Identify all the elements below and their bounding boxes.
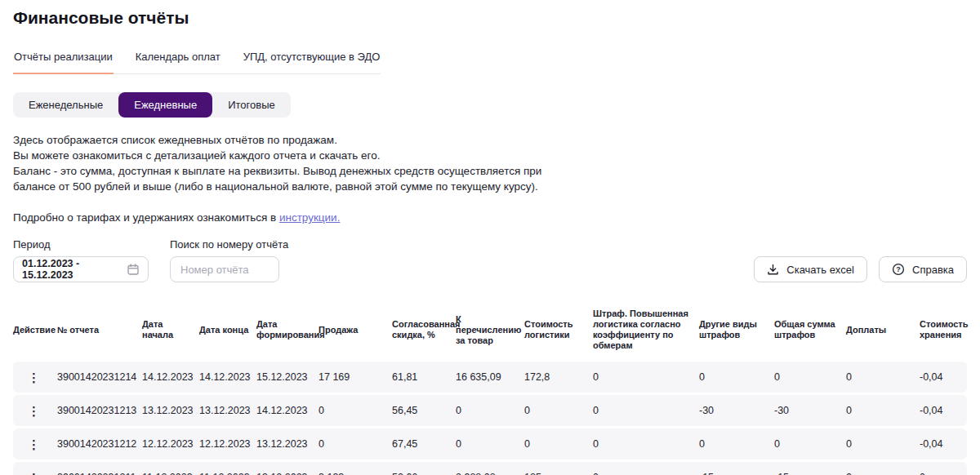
- tariffs-note: Подробно о тарифах и удержаниях ознакоми…: [13, 210, 967, 225]
- table-cell: 67,45: [392, 438, 456, 450]
- kebab-icon: ⋮: [28, 437, 40, 451]
- table-row: ⋮3900142023121212.12.202312.12.202313.12…: [13, 428, 967, 459]
- actions-group: Скачать excel ? Справка: [754, 256, 967, 282]
- table-cell: 0: [774, 371, 846, 383]
- table-cell: 14.12.2023: [256, 405, 318, 416]
- row-action-cell: ⋮: [13, 370, 57, 385]
- table-cell: 39001420231214: [57, 371, 142, 383]
- table-header: Действие№ отчетаДата началаДата концаДат…: [13, 299, 967, 362]
- description-line: Баланс - это сумма, доступная к выплате …: [13, 163, 967, 179]
- help-icon: ?: [892, 263, 905, 276]
- table-cell: 0: [846, 405, 920, 416]
- period-field: Период 01.12.2023 - 15.12.2023: [13, 238, 149, 282]
- table-cell: 0: [456, 405, 524, 416]
- period-label: Период: [13, 238, 149, 251]
- table-row: ⋮3900142023121313.12.202313.12.202314.12…: [13, 395, 967, 426]
- column-header: Дата конца: [199, 325, 256, 335]
- report-type-option[interactable]: Итоговые: [212, 92, 291, 118]
- report-type-toggle: ЕженедельныеЕжедневныеИтоговые: [13, 92, 291, 118]
- table-cell: 11.12.2023: [142, 472, 199, 475]
- row-actions-button[interactable]: ⋮: [23, 437, 45, 452]
- report-type-option[interactable]: Еженедельные: [13, 92, 118, 118]
- help-button[interactable]: ? Справка: [879, 256, 967, 282]
- table-cell: 0: [920, 472, 967, 475]
- column-header: Продажа: [318, 325, 392, 335]
- table-cell: 13.12.2023: [256, 438, 318, 450]
- download-excel-button[interactable]: Скачать excel: [754, 256, 867, 282]
- row-action-cell: ⋮: [13, 437, 57, 452]
- row-actions-button[interactable]: ⋮: [23, 403, 45, 419]
- description-line: Вы можете ознакомиться с детализацией ка…: [13, 148, 967, 163]
- instructions-link[interactable]: инструкции.: [279, 211, 341, 224]
- column-header: Дата начала: [142, 319, 199, 340]
- column-header: Штраф. Повышенная логистика согласно коэ…: [593, 309, 699, 351]
- table-cell: 0: [846, 438, 920, 450]
- description-text: Здесь отображается список ежедневных отч…: [13, 132, 967, 194]
- tab-item[interactable]: УПД, отсутствующие в ЭДО: [243, 47, 381, 74]
- table-cell: 11.12.2023: [199, 472, 256, 475]
- column-header: Стоимость логистики: [524, 319, 593, 340]
- row-actions-button[interactable]: ⋮: [23, 370, 45, 385]
- table-cell: 0: [846, 472, 920, 475]
- table-cell: 0: [318, 405, 392, 416]
- table-cell: 0: [593, 405, 699, 416]
- kebab-icon: ⋮: [28, 404, 40, 418]
- table-cell: 0: [774, 438, 846, 450]
- period-value: 01.12.2023 - 15.12.2023: [22, 258, 127, 281]
- table-cell: 12.12.2023: [142, 438, 199, 450]
- table-cell: 14.12.2023: [199, 371, 256, 383]
- column-header: Другие виды штрафов: [699, 319, 774, 340]
- table-cell: 13.12.2023: [199, 405, 256, 416]
- table-cell: 39001420231212: [57, 438, 142, 450]
- tab-item[interactable]: Отчёты реализации: [13, 47, 114, 74]
- table-cell: -30: [699, 405, 774, 416]
- download-icon: [767, 264, 779, 276]
- table-cell: 15.12.2023: [256, 371, 318, 383]
- calendar-icon: [127, 263, 140, 276]
- row-action-cell: ⋮: [13, 470, 57, 475]
- period-input[interactable]: 01.12.2023 - 15.12.2023: [13, 256, 149, 282]
- table-cell: 52,06: [392, 472, 456, 475]
- page-title: Финансовые отчёты: [13, 8, 967, 28]
- column-header: Общая сумма штрафов: [774, 319, 846, 340]
- table-cell: 17 169: [318, 371, 392, 383]
- report-search-field: Поиск по номеру отчёта: [170, 238, 288, 282]
- table-cell: 172,8: [524, 371, 593, 383]
- table-cell: 0: [593, 472, 699, 475]
- table-cell: 39001420231213: [57, 405, 142, 416]
- description-line: Здесь отображается список ежедневных отч…: [13, 132, 967, 148]
- table-cell: 61,81: [392, 371, 456, 383]
- table-cell: 13.12.2023: [256, 472, 318, 475]
- table-cell: -15: [699, 472, 774, 475]
- table-cell: -0,04: [920, 371, 967, 383]
- table-cell: 0: [593, 371, 699, 383]
- tab-item[interactable]: Календарь оплат: [135, 47, 221, 74]
- table-cell: -30: [774, 405, 846, 416]
- kebab-icon: ⋮: [28, 471, 40, 475]
- help-label: Справка: [912, 264, 954, 276]
- table-cell: 0: [456, 438, 524, 450]
- report-type-option[interactable]: Ежедневные: [118, 92, 212, 118]
- table-cell: 12.12.2023: [199, 438, 256, 450]
- column-header: Действие: [13, 325, 57, 335]
- tariffs-note-text: Подробно о тарифах и удержаниях ознакоми…: [13, 211, 279, 224]
- filters-row: Период 01.12.2023 - 15.12.2023 Поиск по …: [13, 238, 967, 282]
- column-header: Доплаты: [846, 325, 920, 335]
- table-cell: 16 635,09: [456, 371, 524, 383]
- column-header: К перечислению за товар: [456, 314, 524, 346]
- column-header: Стоимость хранения: [920, 319, 975, 340]
- table-cell: -15: [774, 472, 846, 475]
- table-cell: 0: [699, 438, 774, 450]
- table-cell: 185: [524, 472, 593, 475]
- reports-table: Действие№ отчетаДата началаДата концаДат…: [13, 299, 967, 475]
- search-input[interactable]: [170, 256, 279, 282]
- table-cell: 56,45: [392, 405, 456, 416]
- column-header: № отчета: [57, 325, 142, 335]
- row-actions-button[interactable]: ⋮: [23, 470, 45, 475]
- column-header: Согласованная скидка, %: [392, 319, 456, 340]
- tab-bar: Отчёты реализацииКалендарь оплатУПД, отс…: [13, 47, 381, 74]
- table-cell: 39001420231211: [57, 472, 142, 475]
- table-cell: 0: [318, 438, 392, 450]
- table-cell: 0: [699, 371, 774, 383]
- table-cell: -0,04: [920, 405, 967, 416]
